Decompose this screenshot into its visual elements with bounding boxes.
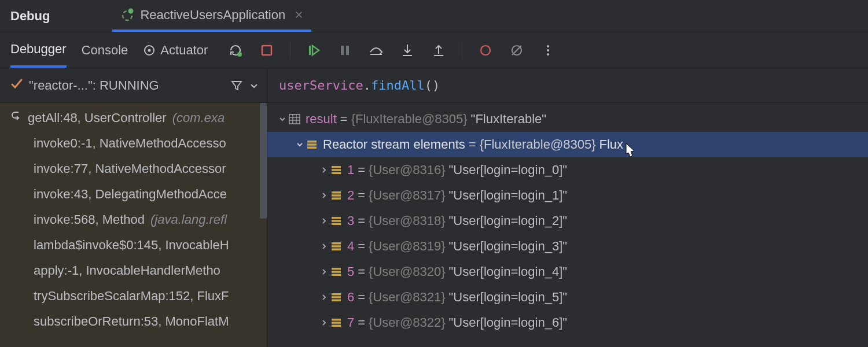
chevron-right-icon[interactable] [318,268,330,276]
run-config-tab[interactable]: ReactiveUsersApplication ✕ [112,0,311,32]
array-icon [330,292,343,302]
svg-rect-33 [332,198,341,200]
frames-list[interactable]: getAll:48, UserController (com.exa invok… [0,103,267,334]
variable-node[interactable]: 3 = {User@8318}"User[login=login_2]" [267,208,868,234]
stack-frame[interactable]: subscribeOrReturn:53, MonoFlatM [0,309,267,334]
svg-point-17 [547,45,549,47]
variable-node[interactable]: 4 = {User@8319}"User[login=login_3]" [267,234,868,259]
svg-rect-26 [307,143,317,146]
step-out-icon[interactable] [431,42,447,58]
svg-rect-48 [332,325,341,327]
svg-rect-47 [332,322,341,324]
separator [290,42,290,59]
svg-rect-42 [332,274,341,276]
svg-point-18 [547,49,549,51]
chevron-down-icon[interactable] [294,141,306,149]
thread-selector[interactable]: "reactor-...": RUNNING [0,68,267,103]
result-grid-icon [288,114,301,124]
chevron-right-icon[interactable] [318,293,330,301]
svg-point-4 [237,52,242,57]
view-breakpoints-icon[interactable] [477,42,494,58]
svg-rect-40 [332,268,341,270]
tab-console[interactable]: Console [82,32,128,68]
chevron-right-icon[interactable] [318,191,330,200]
step-into-icon[interactable] [399,42,415,58]
variable-node[interactable]: result = {FluxIterable@8305} "FluxIterab… [267,106,868,132]
mute-breakpoints-icon[interactable] [509,42,525,58]
svg-rect-32 [332,194,341,197]
run-config-label: ReactiveUsersApplication [140,8,285,23]
check-icon [10,77,23,94]
chevron-right-icon[interactable] [318,319,330,327]
stack-frame[interactable]: lambda$invoke$0:145, InvocableH [0,232,267,258]
svg-rect-46 [332,319,341,321]
svg-rect-36 [332,223,341,226]
resume-icon[interactable] [306,42,322,58]
variable-node[interactable]: 2 = {User@8317}"User[login=login_1]" [267,183,868,208]
svg-rect-39 [332,249,341,251]
svg-rect-30 [332,172,341,175]
chevron-right-icon[interactable] [318,242,330,250]
step-back-icon [10,110,22,125]
svg-rect-41 [332,271,341,273]
stack-frame[interactable]: getAll:48, UserController (com.exa [0,105,267,131]
variable-node[interactable]: 1 = {User@8316}"User[login=login_0]" [267,157,868,183]
svg-point-1 [128,8,134,13]
pause-icon[interactable] [337,42,353,58]
svg-rect-43 [332,293,341,296]
step-over-icon[interactable] [368,42,384,58]
svg-rect-45 [332,300,341,302]
rerun-icon[interactable] [227,42,244,58]
separator [462,42,462,59]
svg-rect-38 [332,245,341,248]
evaluate-expression-input[interactable]: userService.findAll() [267,68,868,103]
svg-rect-8 [346,46,349,55]
actuator-icon [143,44,156,57]
svg-rect-6 [309,46,311,55]
thread-label: "reactor-...": RUNNING [29,78,225,93]
variable-node[interactable]: 5 = {User@8320}"User[login=login_4]" [267,259,868,285]
variables-panel: userService.findAll() result = {FluxIter… [267,68,868,347]
variable-node-reactor-stream[interactable]: Reactor stream elements = {FluxIterable@… [267,132,868,157]
debugger-content: "reactor-...": RUNNING getAll:48, UserCo… [0,68,868,347]
variable-node[interactable]: 6 = {User@8321}"User[login=login_5]" [267,285,868,310]
stack-frame[interactable]: invoke:568, Method (java.lang.refl [0,207,267,232]
variables-tree[interactable]: result = {FluxIterable@8305} "FluxIterab… [267,103,868,335]
svg-point-3 [148,49,151,51]
svg-rect-27 [307,147,317,149]
stack-frame[interactable]: invoke:43, DelegatingMethodAcce [0,182,267,207]
array-icon [330,318,343,328]
array-icon [330,165,343,175]
svg-rect-5 [262,46,271,55]
close-icon[interactable]: ✕ [295,9,303,21]
run-config-icon [120,8,134,22]
tab-debugger[interactable]: Debugger [10,32,67,68]
frames-panel: "reactor-...": RUNNING getAll:48, UserCo… [0,68,267,347]
panel-title: Debug [10,9,50,24]
svg-point-19 [547,53,549,56]
debugger-toolbar: Debugger Console Actuator [0,32,868,68]
svg-rect-20 [289,115,300,124]
stack-frame[interactable]: invoke:77, NativeMethodAccessor [0,156,267,182]
stack-frame[interactable]: apply:-1, InvocableHandlerMetho [0,258,267,283]
array-icon [306,139,318,150]
svg-rect-37 [332,242,341,245]
array-icon [330,241,343,252]
svg-rect-7 [341,46,344,55]
svg-rect-25 [307,141,317,143]
more-icon[interactable] [540,42,556,58]
stack-frame[interactable]: invoke0:-1, NativeMethodAccesso [0,131,267,156]
stop-icon[interactable] [259,42,275,58]
stack-frame[interactable]: trySubscribeScalarMap:152, FluxF [0,283,267,309]
array-icon [330,216,343,226]
chevron-down-icon[interactable] [277,115,288,123]
array-icon [330,267,343,277]
svg-point-14 [481,46,490,55]
chevron-down-icon[interactable] [248,80,260,91]
chevron-right-icon[interactable] [318,217,330,225]
svg-rect-44 [332,296,341,298]
filter-icon[interactable] [231,80,242,91]
variable-node[interactable]: 7 = {User@8322}"User[login=login_6]" [267,310,868,335]
tab-actuator[interactable]: Actuator [143,32,208,68]
chevron-right-icon[interactable] [318,166,330,174]
